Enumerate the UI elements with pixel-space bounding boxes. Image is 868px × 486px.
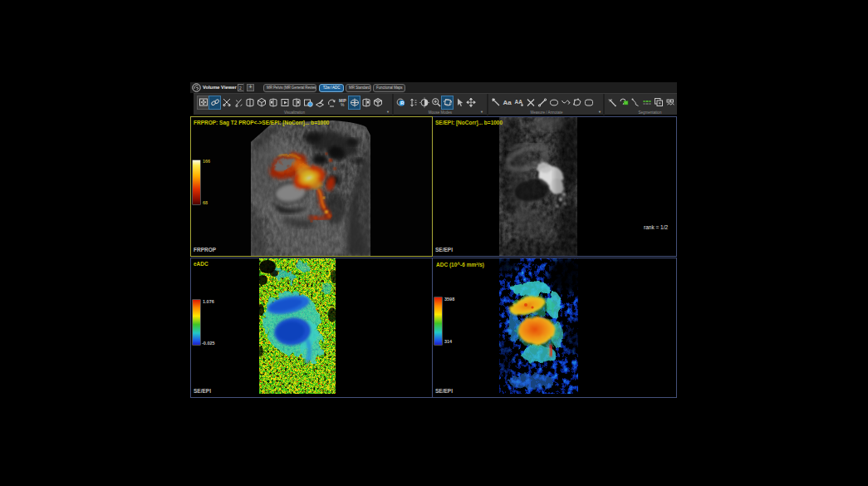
svg-text:AA: AA bbox=[514, 99, 522, 105]
svg-text:R: R bbox=[400, 101, 405, 106]
svg-text:Aa: Aa bbox=[503, 99, 512, 106]
svg-text:%: % bbox=[341, 102, 345, 107]
